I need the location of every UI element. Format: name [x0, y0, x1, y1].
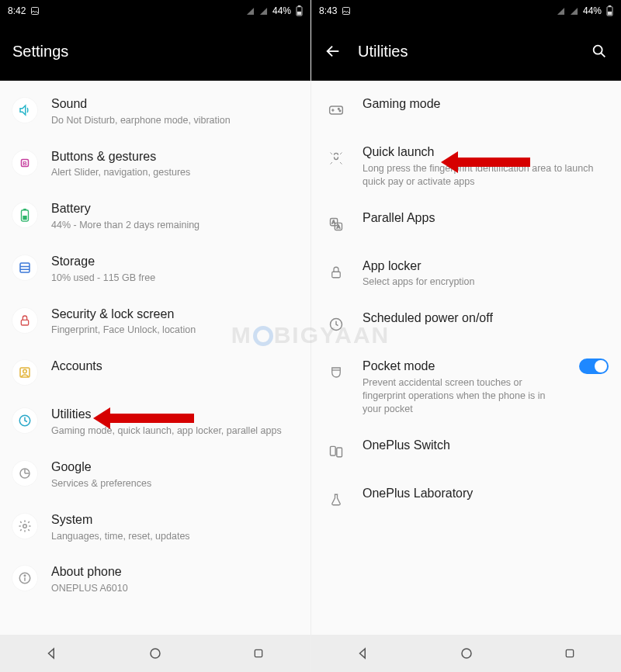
- nav-recents-button[interactable]: [559, 643, 581, 664]
- settings-item-about-phone[interactable]: About phone ONEPLUS A6010: [0, 553, 310, 606]
- search-button[interactable]: [590, 42, 609, 61]
- phone-left: 8:42 44% Settings Sound: [0, 0, 310, 672]
- item-subtitle: ONEPLUS A6010: [51, 582, 298, 595]
- item-label: System: [51, 512, 298, 528]
- app-header: Settings: [0, 22, 310, 81]
- utilities-item-gaming-mode[interactable]: Gaming mode: [311, 85, 621, 133]
- svg-rect-7: [23, 209, 26, 210]
- svg-rect-39: [332, 272, 341, 278]
- item-label: Scheduled power on/off: [363, 310, 609, 327]
- item-subtitle: 44% - More than 2 days remaining: [51, 219, 298, 232]
- utilities-item-oneplus-switch[interactable]: OnePlus Switch: [311, 427, 621, 475]
- item-subtitle: Gaming mode, quick launch, app locker, p…: [51, 424, 298, 438]
- sim-icon: [570, 7, 578, 16]
- buttons-icon: B: [12, 151, 37, 175]
- item-label: Pocket mode: [363, 359, 565, 375]
- pocket-icon: [324, 360, 349, 385]
- item-subtitle: Select apps for encryption: [363, 275, 609, 289]
- item-label: Storage: [51, 254, 298, 270]
- item-label: Battery: [51, 201, 298, 217]
- svg-rect-25: [609, 5, 612, 7]
- pocket-mode-toggle[interactable]: [579, 359, 609, 374]
- svg-rect-3: [297, 12, 301, 15]
- item-label: Security & lock screen: [51, 307, 298, 323]
- battery-icon: [606, 5, 613, 16]
- picture-icon: [30, 6, 40, 16]
- settings-list: Sound Do Not Disturb, earphone mode, vib…: [0, 81, 310, 635]
- settings-item-utilities[interactable]: Utilities Gaming mode, quick launch, app…: [0, 396, 310, 449]
- item-subtitle: Fingerprint, Face Unlock, location: [51, 324, 298, 337]
- svg-rect-26: [608, 12, 612, 15]
- svg-rect-8: [23, 216, 26, 220]
- nav-recents-button[interactable]: [248, 643, 269, 664]
- item-label: Google: [51, 459, 298, 476]
- clock-text: 8:42: [8, 5, 26, 16]
- gamepad-icon: [324, 98, 349, 123]
- storage-icon: [12, 255, 37, 280]
- picture-icon: [342, 6, 351, 16]
- nav-home-button[interactable]: [456, 643, 477, 664]
- status-bar: 8:42 44%: [0, 0, 310, 22]
- item-subtitle: Languages, time, reset, updates: [51, 530, 298, 543]
- svg-point-33: [338, 109, 340, 110]
- svg-text:B: B: [23, 160, 27, 167]
- utilities-item-oneplus-laboratory[interactable]: OnePlus Laboratory: [311, 475, 621, 523]
- clock-text: 8:43: [319, 5, 337, 16]
- svg-point-21: [151, 649, 160, 658]
- settings-item-buttons-gestures[interactable]: B Buttons & gestures Alert Slider, navig…: [0, 138, 310, 191]
- settings-item-google[interactable]: Google Services & preferences: [0, 449, 310, 501]
- svg-text:A: A: [337, 224, 340, 229]
- accounts-icon: [12, 360, 37, 385]
- item-label: Accounts: [51, 359, 298, 375]
- svg-rect-22: [255, 649, 262, 656]
- item-label: Gaming mode: [363, 96, 609, 113]
- clock-icon: [324, 312, 349, 337]
- navigation-bar: [311, 635, 621, 672]
- sim-icon: [557, 7, 565, 16]
- parallel-apps-icon: AA: [324, 212, 349, 237]
- svg-point-17: [23, 524, 27, 528]
- settings-item-system[interactable]: System Languages, time, reset, updates: [0, 501, 310, 554]
- utilities-item-quick-launch[interactable]: Quick launch Long press the fingerprint …: [311, 133, 621, 199]
- item-subtitle: Long press the fingerprint identificatio…: [363, 162, 609, 189]
- settings-item-security[interactable]: Security & lock screen Fingerprint, Face…: [0, 296, 310, 348]
- utilities-item-app-locker[interactable]: App locker Select apps for encryption: [311, 248, 621, 300]
- svg-rect-42: [331, 446, 336, 456]
- item-label: About phone: [51, 564, 298, 580]
- settings-item-sound[interactable]: Sound Do Not Disturb, earphone mode, vib…: [0, 85, 310, 138]
- item-label: OnePlus Switch: [363, 438, 609, 454]
- svg-rect-0: [32, 8, 39, 15]
- svg-rect-45: [566, 649, 573, 656]
- gear-icon: [12, 514, 37, 539]
- item-label: Sound: [51, 96, 298, 113]
- item-subtitle: 10% used - 115 GB free: [51, 272, 298, 285]
- svg-point-20: [24, 575, 26, 577]
- settings-item-accounts[interactable]: Accounts: [0, 348, 310, 396]
- svg-rect-23: [343, 8, 350, 15]
- app-header: Utilities: [311, 22, 621, 81]
- settings-item-storage[interactable]: Storage 10% used - 115 GB free: [0, 243, 310, 296]
- nav-back-button[interactable]: [352, 643, 374, 664]
- utilities-item-scheduled-power[interactable]: Scheduled power on/off: [311, 300, 621, 348]
- battery-icon: [296, 5, 303, 16]
- nav-home-button[interactable]: [144, 643, 166, 664]
- back-button[interactable]: [324, 42, 342, 61]
- item-subtitle: Prevent accidental screen touches or fin…: [363, 376, 565, 416]
- phone-right: 8:43 44% Utilities: [310, 0, 621, 672]
- battery-icon: [12, 203, 37, 227]
- item-subtitle: Do Not Disturb, earphone mode, vibration: [51, 114, 298, 127]
- svg-point-14: [23, 370, 27, 374]
- battery-percent-text: 44%: [272, 5, 291, 16]
- fingerprint-tap-icon: [324, 146, 349, 171]
- item-label: Parallel Apps: [363, 210, 609, 227]
- svg-rect-9: [20, 263, 29, 272]
- utilities-item-parallel-apps[interactable]: AA Parallel Apps: [311, 199, 621, 248]
- svg-rect-2: [298, 5, 301, 7]
- page-title: Utilities: [358, 43, 574, 61]
- padlock-icon: [324, 260, 349, 285]
- nav-back-button[interactable]: [41, 643, 63, 664]
- page-title: Settings: [12, 43, 298, 61]
- utilities-item-pocket-mode[interactable]: Pocket mode Prevent accidental screen to…: [311, 348, 621, 426]
- settings-item-battery[interactable]: Battery 44% - More than 2 days remaining: [0, 190, 310, 243]
- item-label: Buttons & gestures: [51, 149, 298, 165]
